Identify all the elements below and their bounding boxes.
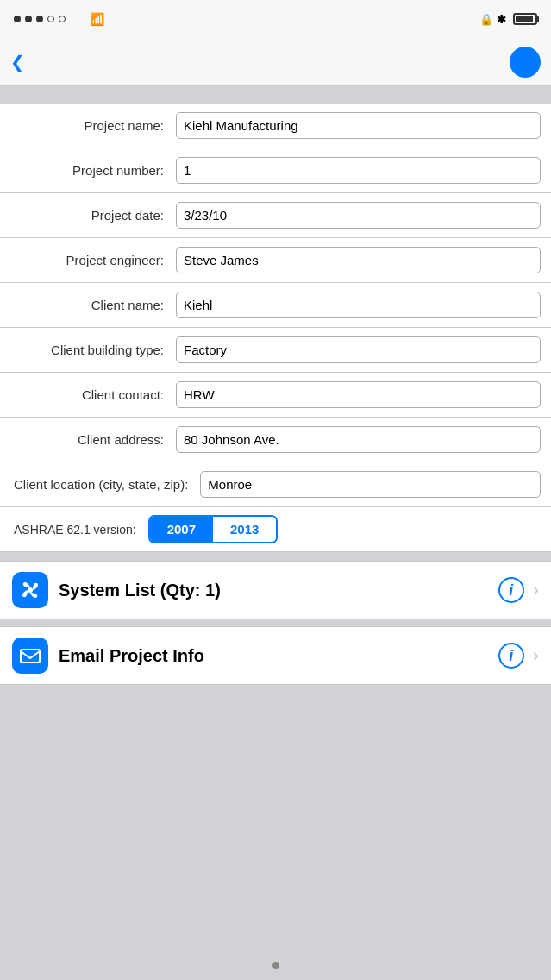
email-project-item-chevron-icon: › (533, 644, 539, 667)
form-row-2: Project date: (0, 193, 551, 238)
ashrae-label: ASHRAE 62.1 version: (0, 514, 145, 545)
back-button[interactable]: ❮ (10, 52, 28, 72)
form-label-0: Project name: (0, 110, 172, 141)
email-project-item[interactable]: Email Project Infoi› (0, 626, 551, 685)
bluetooth-icon: ✱ (497, 13, 506, 26)
project-number-input[interactable] (176, 157, 541, 184)
ashrae-option-2007[interactable]: 2007 (150, 517, 213, 542)
nav-bar: ❮ (0, 38, 551, 86)
form-row-6: Client contact: (0, 373, 551, 418)
svg-point-0 (28, 587, 33, 593)
form-row-1: Project number: (0, 148, 551, 193)
project-form: Project name:Project number:Project date… (0, 104, 551, 552)
list-section: System List (Qty: 1)i› Email Project Inf… (0, 561, 551, 685)
form-row-0: Project name: (0, 104, 551, 148)
form-row-3: Project engineer: (0, 238, 551, 283)
home-indicator (0, 951, 551, 980)
form-label-4: Client name: (0, 289, 172, 321)
status-carrier: 📶 (14, 12, 104, 26)
client-contact-input[interactable] (176, 381, 541, 408)
ashrae-segmented-control[interactable]: 20072013 (148, 515, 279, 543)
ashrae-option-2013[interactable]: 2013 (213, 517, 276, 542)
lock-icon: 🔒 (479, 13, 493, 26)
signal-dot-3 (36, 16, 43, 22)
form-label-3: Project engineer: (0, 244, 172, 276)
form-row-8: Client location (city, state, zip): (0, 462, 551, 507)
email-project-item-info-button[interactable]: i (498, 643, 524, 669)
signal-dot-5 (59, 16, 66, 22)
nav-info-button[interactable] (510, 47, 541, 78)
signal-dot-1 (14, 16, 21, 22)
form-label-7: Client address: (0, 424, 172, 455)
client-building-type-input[interactable] (176, 336, 541, 363)
form-label-6: Client contact: (0, 379, 172, 411)
status-right: 🔒 ✱ (479, 13, 537, 26)
fan-icon (12, 572, 48, 608)
email-project-item-actions: i› (498, 643, 539, 669)
system-list-item-label: System List (Qty: 1) (59, 581, 498, 600)
battery-icon (513, 13, 537, 25)
project-date-input[interactable] (176, 202, 541, 229)
email-project-item-label: Email Project Info (59, 646, 498, 666)
bottom-area (0, 692, 551, 778)
signal-dot-4 (47, 16, 54, 22)
svg-rect-1 (21, 650, 40, 663)
client-name-input[interactable] (176, 292, 541, 318)
client-location-input[interactable] (200, 471, 541, 498)
form-label-2: Project date: (0, 199, 172, 231)
system-list-item-info-button[interactable]: i (498, 577, 524, 603)
form-row-7: Client address: (0, 418, 551, 462)
form-label-5: Client building type: (0, 334, 172, 366)
ashrae-row: ASHRAE 62.1 version:20072013 (0, 507, 551, 552)
email-icon (12, 638, 48, 674)
form-label-1: Project number: (0, 154, 172, 186)
home-dot (272, 962, 279, 969)
project-name-input[interactable] (176, 112, 541, 139)
status-bar: 📶 🔒 ✱ (0, 0, 551, 38)
section-divider-top (0, 86, 551, 104)
signal-dot-2 (25, 16, 32, 22)
form-label-8: Client location (city, state, zip): (0, 468, 197, 500)
client-address-input[interactable] (176, 426, 541, 453)
form-row-4: Client name: (0, 283, 551, 328)
system-list-item[interactable]: System List (Qty: 1)i› (0, 561, 551, 619)
back-chevron-icon: ❮ (10, 52, 25, 72)
system-list-item-chevron-icon: › (533, 579, 539, 601)
project-engineer-input[interactable] (176, 247, 541, 273)
form-row-5: Client building type: (0, 328, 551, 373)
wifi-icon: 📶 (90, 12, 104, 26)
system-list-item-actions: i› (498, 577, 539, 603)
